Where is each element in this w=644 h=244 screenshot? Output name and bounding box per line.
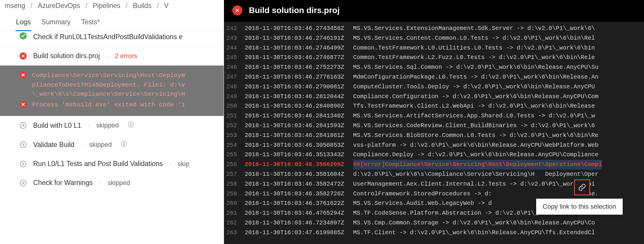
info-icon[interactable] (121, 141, 127, 149)
line-number: 258 (224, 179, 245, 189)
copy-link-button[interactable] (574, 179, 590, 195)
log-line[interactable]: 2622018-11-30T16:03:46.7234897ZMS.VS.Cmp… (224, 218, 644, 228)
log-line[interactable]: 2542018-11-30T16:03:46.3050853Zvss-platf… (224, 141, 644, 150)
dot: · (168, 160, 172, 168)
timestamp: 2018-11-30T16:03:46.3513343Z (245, 150, 353, 160)
timestamp: 2018-11-30T16:03:46.2790081Z (245, 82, 353, 92)
step-check-warnings[interactable]: Check for Warnings · skipped (0, 173, 224, 192)
crumb-mseng[interactable]: mseng (5, 2, 25, 10)
error-icon (19, 71, 27, 79)
log-message: Compliance.Deploy -> d:\v2.0\P1\_work\6\… (353, 150, 598, 160)
left-pane: mseng/ AzureDevOps/ Pipelines/ Builds/ V… (0, 0, 224, 244)
log-message: ComputeCluster.Tools.Deploy -> d:\v2.0\P… (353, 82, 595, 92)
log-line[interactable]: 2632018-11-30T16:03:47.6199885ZMS.TF.Cli… (224, 228, 644, 238)
timestamp: 2018-11-30T16:03:46.2743458Z (245, 24, 353, 34)
log-message: MS.VS.Services.BlobStore.Common.L0.Tests… (353, 131, 598, 141)
timestamp: 2018-11-30T16:03:46.2841861Z (245, 131, 353, 141)
link-icon (578, 183, 586, 192)
timestamp: 2018-11-30T16:03:46.2776163Z (245, 72, 353, 82)
log-line[interactable]: 2512018-11-30T16:03:46.2841340ZMS.VS.Ser… (224, 111, 644, 121)
log-line[interactable]: 2452018-11-30T16:03:46.2746877ZCommon.Te… (224, 53, 644, 63)
log-line[interactable]: 2502018-11-30T16:03:46.2840890ZTfs.TestF… (224, 101, 644, 111)
log-line[interactable]: 2482018-11-30T16:03:46.2790081ZComputeCl… (224, 82, 644, 92)
tabs: Logs Summary Tests* (0, 14, 224, 31)
line-number: 243 (224, 34, 245, 43)
error-text: Compliance\Service\Servicing\Host\Deploy… (32, 71, 185, 99)
step-name: Check if RunL0L1TestsAndPostBuildValidat… (33, 33, 183, 41)
log-line[interactable]: 2562018-11-30T16:03:46.3566209Z##[error]… (224, 160, 644, 170)
line-number: 252 (224, 121, 245, 131)
log-line[interactable]: 2422018-11-30T16:03:46.2743458ZMS.VS.Ser… (224, 24, 644, 34)
log-line[interactable]: 2572018-11-30T16:03:46.3581604Zd:\v2.0\P… (224, 170, 644, 179)
svg-point-12 (20, 161, 26, 167)
timestamp: 2018-11-30T16:03:46.3761622Z (245, 199, 353, 208)
line-number: 254 (224, 141, 245, 150)
step-status: skipped (108, 179, 130, 187)
step-name: Run L0/L1 Tests and Post Build Validatio… (33, 160, 163, 168)
log-line[interactable]: 2522018-11-30T16:03:46.2841593ZMS.VS.Ser… (224, 121, 644, 131)
step-build-dirsproj[interactable]: Build solution dirs.proj · 2 errors (0, 47, 224, 66)
svg-point-8 (20, 142, 26, 148)
dot: · (86, 122, 91, 130)
line-number: 250 (224, 101, 245, 111)
timestamp: 2018-11-30T16:03:46.2746191Z (245, 34, 353, 43)
log-line[interactable]: 2472018-11-30T16:03:46.2776163ZMdmConfig… (224, 72, 644, 82)
timestamp: 2018-11-30T16:03:46.3581604Z (245, 170, 353, 179)
log-message: ControlFramework.StoredProcedures -> d: … (353, 189, 598, 199)
log-line[interactable]: 2492018-11-30T16:03:46.2812044ZComplianc… (224, 92, 644, 102)
line-number: 256 (224, 160, 245, 170)
line-number: 261 (224, 208, 245, 218)
breadcrumb: mseng/ AzureDevOps/ Pipelines/ Builds/ V (0, 0, 224, 14)
step-errors-block[interactable]: Compliance\Service\Servicing\Host\Deploy… (0, 66, 224, 116)
step-status: skip (178, 160, 189, 168)
timestamp: 2018-11-30T16:03:46.3582726Z (245, 189, 353, 199)
line-number: 246 (224, 63, 245, 72)
info-icon[interactable] (128, 121, 134, 130)
timestamp: 2018-11-30T16:03:46.2752273Z (245, 63, 353, 72)
chevron-right-icon (19, 179, 27, 187)
line-number: 262 (224, 218, 245, 228)
tab-summary[interactable]: Summary (41, 14, 71, 31)
timestamp: 2018-11-30T16:03:46.3582472Z (245, 179, 353, 189)
line-number: 251 (224, 111, 245, 121)
error-line[interactable]: Process 'msbuild.exe' exited with code '… (19, 100, 218, 110)
crumb-pipelines[interactable]: Pipelines (93, 2, 120, 10)
tab-logs[interactable]: Logs (15, 14, 31, 31)
chevron-right-icon (19, 141, 27, 149)
error-text: Process 'msbuild.exe' exited with code '… (32, 100, 185, 110)
line-number: 242 (224, 24, 245, 34)
log-message: Common.TestFramework.L0.Utilities.L0.Tes… (353, 43, 595, 53)
log-message: ##[error]Compliance\Service\Servicing\Ho… (353, 160, 602, 170)
success-icon (19, 32, 27, 40)
line-number: 260 (224, 199, 245, 208)
step-check-l0l1[interactable]: Check if RunL0L1TestsAndPostBuildValidat… (0, 31, 224, 47)
copy-link-tooltip: Copy link to this selection (536, 199, 623, 215)
step-validate-build[interactable]: Validate Build · skipped (0, 135, 224, 154)
log-line[interactable]: 2552018-11-30T16:03:46.3513343ZComplianc… (224, 150, 644, 160)
timestamp: 2018-11-30T16:03:46.7234897Z (245, 218, 353, 228)
log-header: Build solution dirs.proj (224, 0, 644, 22)
error-line[interactable]: Compliance\Service\Servicing\Host\Deploy… (19, 71, 218, 99)
log-message: Compliance.Configuration -> d:\v2.0\P1\_… (353, 92, 598, 102)
log-line[interactable]: 2532018-11-30T16:03:46.2841861ZMS.VS.Ser… (224, 131, 644, 141)
log-line[interactable]: 2462018-11-30T16:03:46.2752273ZMS.VS.Ser… (224, 63, 644, 72)
timestamp: 2018-11-30T16:03:46.2746877Z (245, 53, 353, 63)
log-message: MS.VS.Cmp.Common.Storage -> d:\v2.0\P1\_… (353, 218, 595, 228)
crumb-azuredevops[interactable]: AzureDevOps (38, 2, 80, 10)
line-number: 253 (224, 131, 245, 141)
step-build-l0l1[interactable]: Build with L0 L1 · skipped (0, 116, 224, 135)
line-number: 249 (224, 92, 245, 102)
step-error-count: 2 errors (115, 52, 137, 60)
log-message: UserManagement.Aex.Client.Internal.L2.Te… (353, 179, 595, 189)
crumb-builds[interactable]: Builds (133, 2, 152, 10)
log-line[interactable]: 2442018-11-30T16:03:46.2746499ZCommon.Te… (224, 43, 644, 53)
step-name: Build solution dirs.proj (33, 52, 100, 60)
step-status: skipped (89, 141, 112, 149)
step-list: Check if RunL0L1TestsAndPostBuildValidat… (0, 31, 224, 192)
crumb-last[interactable]: V (164, 2, 169, 10)
tab-tests[interactable]: Tests* (81, 14, 100, 31)
step-run-l0l1-tests[interactable]: Run L0/L1 Tests and Post Build Validatio… (0, 154, 224, 173)
svg-point-4 (20, 122, 26, 128)
line-number: 244 (224, 43, 245, 53)
log-line[interactable]: 2432018-11-30T16:03:46.2746191ZMS.VS.Ser… (224, 34, 644, 43)
